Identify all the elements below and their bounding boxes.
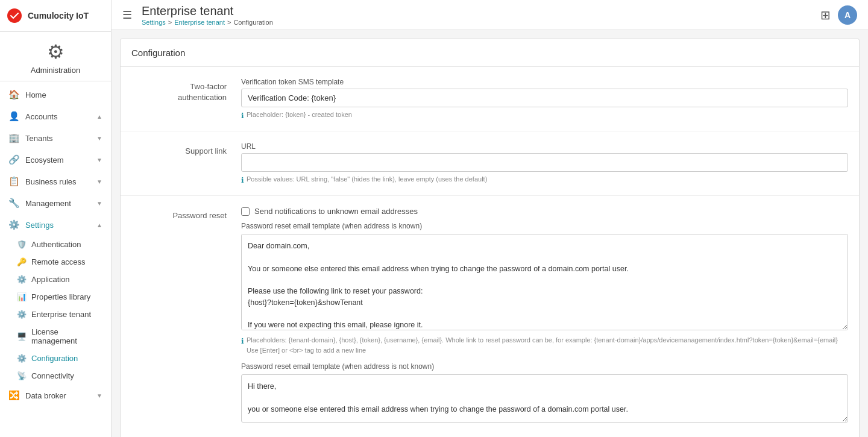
breadcrumb-settings[interactable]: Settings bbox=[142, 19, 166, 26]
management-icon: 🔧 bbox=[8, 198, 19, 209]
sidebar-item-data-broker[interactable]: 🔀 Data broker ▼ bbox=[0, 385, 111, 406]
sidebar-item-label: Tenants bbox=[25, 134, 90, 143]
breadcrumb-enterprise-tenant[interactable]: Enterprise tenant bbox=[174, 19, 225, 26]
support-link-section: Support link URL ℹ Possible values: URL … bbox=[121, 131, 859, 196]
config-icon: ⚙️ bbox=[17, 354, 27, 363]
user-avatar[interactable]: A bbox=[838, 5, 857, 25]
content-area: Configuration Two-factor authentication … bbox=[112, 30, 868, 437]
password-reset-content: Send notifications to unknown email addr… bbox=[241, 207, 859, 432]
sidebar-sub-label: Enterprise tenant bbox=[31, 310, 91, 319]
chevron-down-icon: ▼ bbox=[96, 392, 102, 399]
template-known-textarea[interactable]: Dear domain.com, You or someone else ent… bbox=[241, 234, 848, 330]
sidebar-item-management[interactable]: 🔧 Management ▼ bbox=[0, 192, 111, 214]
sidebar-sub-label: License management bbox=[31, 327, 102, 345]
info-icon: ℹ bbox=[241, 112, 244, 120]
main-content: ☰ Enterprise tenant Settings > Enterpris… bbox=[112, 0, 868, 437]
template-hint: ℹ Placeholders: {tenant-domain}, {host},… bbox=[241, 335, 848, 355]
template-not-known-block: Password reset email template (when addr… bbox=[241, 362, 848, 424]
sidebar-item-home[interactable]: 🏠 Home bbox=[0, 84, 111, 105]
ecosystem-icon: 🔗 bbox=[8, 154, 19, 165]
topbar: ☰ Enterprise tenant Settings > Enterpris… bbox=[112, 0, 868, 30]
two-factor-section: Two-factor authentication Verification t… bbox=[121, 67, 859, 131]
sidebar-item-tenants[interactable]: 🏢 Tenants ▼ bbox=[0, 127, 111, 149]
sidebar-sub-label: Application bbox=[31, 275, 70, 284]
sidebar-item-configuration[interactable]: ⚙️ Configuration bbox=[0, 350, 111, 367]
url-hint: ℹ Possible values: URL string, "false" (… bbox=[241, 175, 848, 184]
support-link-content: URL ℹ Possible values: URL string, "fals… bbox=[241, 142, 859, 184]
application-icon: ⚙️ bbox=[17, 275, 27, 284]
properties-icon: 📊 bbox=[17, 292, 27, 301]
password-reset-section: Password reset Send notifications to unk… bbox=[121, 196, 859, 437]
menu-icon[interactable]: ☰ bbox=[122, 8, 132, 22]
license-icon: 🖥️ bbox=[17, 332, 27, 341]
sidebar-item-license-management[interactable]: 🖥️ License management bbox=[0, 323, 111, 350]
chevron-down-icon: ▲ bbox=[96, 113, 102, 120]
sidebar: Cumulocity IoT ⚙ Administration 🏠 Home 👤… bbox=[0, 0, 112, 437]
enterprise-icon: ⚙️ bbox=[17, 310, 27, 319]
sms-template-input[interactable] bbox=[241, 89, 848, 107]
shield-icon: 🛡️ bbox=[17, 240, 27, 249]
chevron-down-icon: ▼ bbox=[96, 200, 102, 207]
sidebar-item-properties-library[interactable]: 📊 Properties library bbox=[0, 288, 111, 306]
sidebar-sub-label: Connectivity bbox=[31, 371, 74, 380]
url-label: URL bbox=[241, 142, 848, 151]
sms-template-label: Verification token SMS template bbox=[241, 78, 848, 86]
topbar-right: ⊞ A bbox=[820, 5, 857, 25]
template-not-known-label: Password reset email template (when addr… bbox=[241, 362, 848, 371]
info-icon: ℹ bbox=[241, 176, 244, 184]
template-known-block: Password reset email template (when addr… bbox=[241, 222, 848, 355]
topbar-title-section: Enterprise tenant Settings > Enterprise … bbox=[142, 4, 814, 26]
support-link-label: Support link bbox=[121, 142, 241, 157]
gear-icon: ⚙ bbox=[47, 40, 64, 63]
chevron-down-icon: ▼ bbox=[96, 178, 102, 185]
two-factor-content: Verification token SMS template ℹ Placeh… bbox=[241, 78, 859, 120]
tenants-icon: 🏢 bbox=[8, 133, 19, 143]
config-header: Configuration bbox=[121, 39, 859, 67]
sidebar-item-label: Data broker bbox=[25, 391, 90, 400]
sidebar-item-enterprise-tenant[interactable]: ⚙️ Enterprise tenant bbox=[0, 306, 111, 323]
sidebar-item-label: Business rules bbox=[25, 177, 90, 186]
sidebar-admin-section: ⚙ Administration bbox=[0, 32, 111, 81]
sidebar-sub-label: Configuration bbox=[31, 354, 78, 363]
settings-icon: ⚙️ bbox=[8, 219, 19, 230]
url-input[interactable] bbox=[241, 153, 848, 172]
config-title: Configuration bbox=[131, 48, 185, 58]
sms-hint-text: Placeholder: {token} - created token bbox=[247, 111, 352, 118]
chevron-up-icon: ▲ bbox=[96, 222, 102, 228]
two-factor-label: Two-factor authentication bbox=[121, 78, 241, 103]
home-icon: 🏠 bbox=[8, 89, 19, 100]
data-broker-icon: 🔀 bbox=[8, 390, 19, 401]
breadcrumb-current: Configuration bbox=[233, 19, 272, 26]
logo-icon bbox=[6, 7, 23, 24]
sidebar-logo[interactable]: Cumulocity IoT bbox=[0, 0, 111, 32]
sidebar-item-label: Accounts bbox=[25, 112, 90, 121]
sidebar-item-remote-access[interactable]: 🔑 Remote access bbox=[0, 253, 111, 271]
notification-checkbox-row: Send notifications to unknown email addr… bbox=[241, 207, 848, 216]
url-group: URL bbox=[241, 142, 848, 172]
sidebar-sub-label: Authentication bbox=[31, 240, 81, 249]
business-rules-icon: 📋 bbox=[8, 176, 19, 187]
template-not-known-textarea[interactable]: Hi there, you or someone else entered th… bbox=[241, 374, 848, 423]
accounts-icon: 👤 bbox=[8, 111, 19, 122]
key-icon: 🔑 bbox=[17, 257, 27, 266]
sidebar-item-settings[interactable]: ⚙️ Settings ▲ bbox=[0, 214, 111, 236]
sidebar-item-label: Management bbox=[25, 199, 90, 208]
sidebar-item-application[interactable]: ⚙️ Application bbox=[0, 271, 111, 288]
logo-text: Cumulocity IoT bbox=[28, 11, 89, 20]
notification-checkbox[interactable] bbox=[241, 207, 250, 216]
info-icon: ℹ bbox=[241, 336, 244, 347]
config-panel: Configuration Two-factor authentication … bbox=[120, 39, 860, 437]
sms-hint: ℹ Placeholder: {token} - created token bbox=[241, 111, 848, 120]
sidebar-sub-label: Remote access bbox=[31, 257, 86, 266]
sidebar-item-business-rules[interactable]: 📋 Business rules ▼ bbox=[0, 171, 111, 192]
sms-template-group: Verification token SMS template bbox=[241, 78, 848, 107]
apps-grid-icon[interactable]: ⊞ bbox=[820, 8, 831, 22]
sidebar-item-connectivity[interactable]: 📡 Connectivity bbox=[0, 367, 111, 385]
breadcrumb: Settings > Enterprise tenant > Configura… bbox=[142, 19, 814, 26]
sidebar-item-ecosystem[interactable]: 🔗 Ecosystem ▼ bbox=[0, 149, 111, 171]
sidebar-item-authentication[interactable]: 🛡️ Authentication bbox=[0, 236, 111, 253]
notification-label: Send notifications to unknown email addr… bbox=[254, 207, 418, 216]
sidebar-item-accounts[interactable]: 👤 Accounts ▲ bbox=[0, 105, 111, 127]
sidebar-item-label: Home bbox=[25, 90, 102, 99]
sidebar-sub-label: Properties library bbox=[31, 292, 90, 301]
